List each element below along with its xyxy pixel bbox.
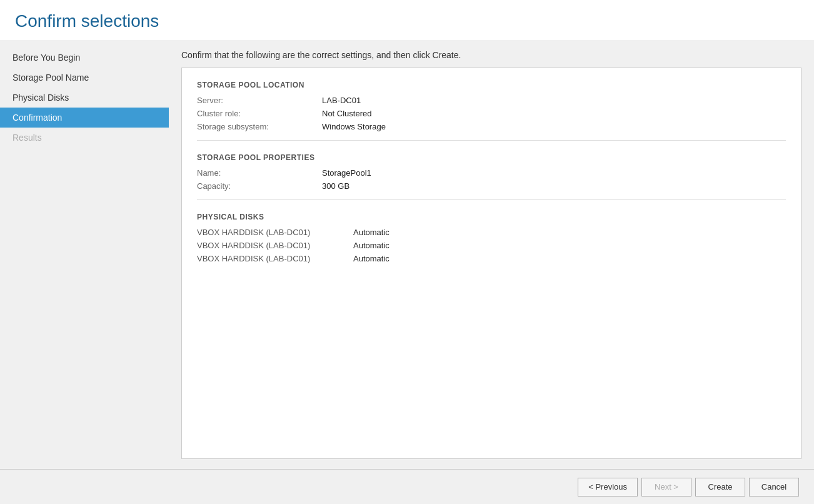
location-subsystem-label: Storage subsystem: — [197, 122, 322, 131]
disk-name-3: VBOX HARDDISK (LAB-DC01) — [197, 254, 353, 263]
create-button[interactable]: Create — [695, 478, 745, 496]
properties-name-value: StoragePool1 — [322, 168, 371, 178]
sidebar-item-before-you-begin[interactable]: Before You Begin — [0, 48, 169, 68]
properties-name-row: Name: StoragePool1 — [197, 168, 786, 178]
properties-capacity-label: Capacity: — [197, 181, 322, 191]
disk-allocation-3: Automatic — [353, 254, 389, 263]
section-header-properties: STORAGE POOL PROPERTIES — [197, 153, 786, 162]
section-header-physical-disks: PHYSICAL DISKS — [197, 213, 786, 221]
disk-row-1: VBOX HARDDISK (LAB-DC01) Automatic — [197, 228, 786, 237]
divider-2 — [197, 199, 786, 200]
disk-allocation-1: Automatic — [353, 228, 389, 237]
disk-name-1: VBOX HARDDISK (LAB-DC01) — [197, 228, 353, 237]
disk-row-2: VBOX HARDDISK (LAB-DC01) Automatic — [197, 241, 786, 250]
location-cluster-label: Cluster role: — [197, 109, 322, 118]
properties-capacity-value: 300 GB — [322, 181, 349, 191]
divider-1 — [197, 140, 786, 141]
disk-name-2: VBOX HARDDISK (LAB-DC01) — [197, 241, 353, 250]
next-button[interactable]: Next > — [641, 478, 691, 496]
content-area: Confirm that the following are the corre… — [169, 40, 814, 469]
instruction-text: Confirm that the following are the corre… — [181, 50, 801, 60]
location-cluster-value: Not Clustered — [322, 109, 371, 118]
disk-allocation-2: Automatic — [353, 241, 389, 250]
location-subsystem-row: Storage subsystem: Windows Storage — [197, 122, 786, 131]
sidebar-item-physical-disks[interactable]: Physical Disks — [0, 88, 169, 108]
footer: < Previous Next > Create Cancel — [0, 469, 814, 504]
section-header-location: STORAGE POOL LOCATION — [197, 81, 786, 89]
sidebar: Before You Begin Storage Pool Name Physi… — [0, 40, 169, 469]
sidebar-item-confirmation[interactable]: Confirmation — [0, 108, 169, 128]
properties-name-label: Name: — [197, 168, 322, 178]
page-title: Confirm selections — [0, 0, 814, 40]
location-cluster-row: Cluster role: Not Clustered — [197, 109, 786, 118]
sidebar-item-storage-pool-name[interactable]: Storage Pool Name — [0, 68, 169, 88]
sidebar-item-results: Results — [0, 128, 169, 148]
details-panel: STORAGE POOL LOCATION Server: LAB-DC01 C… — [181, 68, 801, 459]
cancel-button[interactable]: Cancel — [749, 478, 799, 496]
location-subsystem-value: Windows Storage — [322, 122, 386, 131]
properties-capacity-row: Capacity: 300 GB — [197, 181, 786, 191]
location-server-label: Server: — [197, 96, 322, 105]
previous-button[interactable]: < Previous — [578, 478, 638, 496]
location-server-value: LAB-DC01 — [322, 96, 361, 105]
disk-row-3: VBOX HARDDISK (LAB-DC01) Automatic — [197, 254, 786, 263]
main-content: Before You Begin Storage Pool Name Physi… — [0, 40, 814, 469]
location-server-row: Server: LAB-DC01 — [197, 96, 786, 105]
